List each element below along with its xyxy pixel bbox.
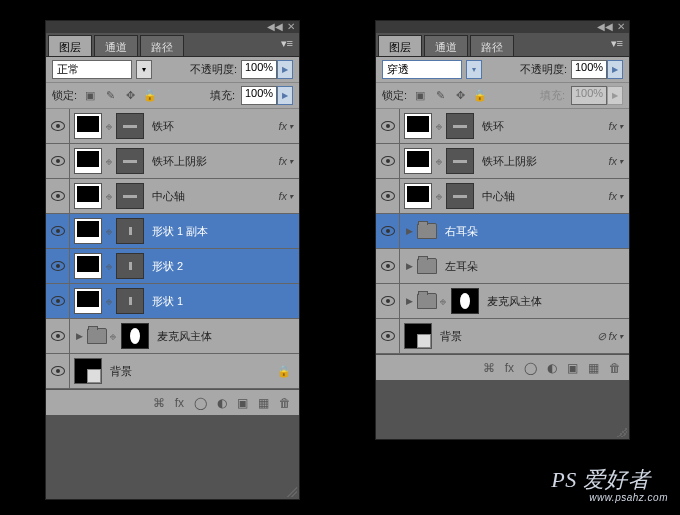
blend-dropdown-icon[interactable]: ▾: [136, 60, 152, 79]
opacity-scrub-icon[interactable]: ▶: [277, 60, 293, 79]
tab-paths[interactable]: 路径: [140, 35, 184, 56]
layer-mask-icon[interactable]: ◯: [524, 361, 537, 375]
visibility-toggle[interactable]: [46, 249, 70, 284]
lock-all-icon[interactable]: 🔒: [473, 89, 487, 103]
visibility-toggle[interactable]: [376, 284, 400, 319]
new-layer-icon[interactable]: ▦: [258, 396, 269, 410]
layer-row[interactable]: ▶⎆麦克风主体: [376, 284, 629, 319]
visibility-toggle[interactable]: [376, 144, 400, 179]
visibility-toggle[interactable]: [46, 109, 70, 144]
layer-thumbnail[interactable]: [404, 148, 432, 174]
lock-paint-icon[interactable]: ✎: [433, 89, 447, 103]
mask-thumbnail[interactable]: [446, 148, 474, 174]
layer-thumbnail[interactable]: [74, 358, 102, 384]
layer-name[interactable]: 形状 1: [144, 294, 299, 309]
mask-thumbnail[interactable]: [116, 288, 144, 314]
lock-position-icon[interactable]: ✥: [453, 89, 467, 103]
tab-channels[interactable]: 通道: [424, 35, 468, 56]
layer-fx-indicator[interactable]: fx ▾: [608, 155, 629, 167]
layer-name[interactable]: 中心轴: [144, 189, 278, 204]
mask-thumbnail[interactable]: [116, 183, 144, 209]
new-layer-icon[interactable]: ▦: [588, 361, 599, 375]
layer-fx-indicator[interactable]: fx ▾: [278, 120, 299, 132]
layer-fx-icon[interactable]: fx: [505, 361, 514, 375]
link-layers-icon[interactable]: ⌘: [153, 396, 165, 410]
mask-thumbnail[interactable]: [116, 148, 144, 174]
layer-row[interactable]: ▶右耳朵: [376, 214, 629, 249]
mask-thumbnail[interactable]: [116, 218, 144, 244]
layer-name[interactable]: 麦克风主体: [149, 329, 299, 344]
resize-handle[interactable]: [287, 487, 297, 497]
visibility-toggle[interactable]: [46, 144, 70, 179]
layer-thumbnail[interactable]: [74, 218, 102, 244]
adjustment-layer-icon[interactable]: ◐: [217, 396, 227, 410]
folder-toggle-icon[interactable]: ▶: [404, 226, 414, 236]
layer-row[interactable]: ▶左耳朵: [376, 249, 629, 284]
layer-thumbnail[interactable]: [74, 253, 102, 279]
opacity-input[interactable]: 100%: [571, 60, 607, 79]
layer-fx-indicator[interactable]: ⊘ fx ▾: [597, 330, 629, 343]
visibility-toggle[interactable]: [376, 179, 400, 214]
mask-thumbnail[interactable]: [446, 183, 474, 209]
layer-fx-indicator[interactable]: fx ▾: [278, 155, 299, 167]
layer-row[interactable]: ⎆铁环fx ▾: [46, 109, 299, 144]
layer-row[interactable]: ⎆形状 1: [46, 284, 299, 319]
mask-thumbnail[interactable]: [121, 323, 149, 349]
layer-group-icon[interactable]: ▣: [567, 361, 578, 375]
lock-paint-icon[interactable]: ✎: [103, 89, 117, 103]
delete-layer-icon[interactable]: 🗑: [609, 361, 621, 375]
layer-name[interactable]: 右耳朵: [437, 224, 629, 239]
layer-thumbnail[interactable]: [74, 183, 102, 209]
resize-handle[interactable]: [617, 427, 627, 437]
layer-group-icon[interactable]: ▣: [237, 396, 248, 410]
layer-name[interactable]: 左耳朵: [437, 259, 629, 274]
layer-thumbnail[interactable]: [404, 113, 432, 139]
fill-scrub-icon[interactable]: ▶: [277, 86, 293, 105]
lock-all-icon[interactable]: 🔒: [143, 89, 157, 103]
layer-mask-icon[interactable]: ◯: [194, 396, 207, 410]
layer-fx-icon[interactable]: fx: [175, 396, 184, 410]
collapse-icon[interactable]: ◀◀: [597, 21, 613, 32]
layer-row[interactable]: ⎆铁环上阴影fx ▾: [376, 144, 629, 179]
layer-name[interactable]: 形状 2: [144, 259, 299, 274]
layer-fx-indicator[interactable]: fx ▾: [278, 190, 299, 202]
collapse-icon[interactable]: ◀◀: [267, 21, 283, 32]
folder-toggle-icon[interactable]: ▶: [404, 261, 414, 271]
layer-name[interactable]: 麦克风主体: [479, 294, 629, 309]
layer-name[interactable]: 铁环: [474, 119, 608, 134]
layer-name[interactable]: 中心轴: [474, 189, 608, 204]
layer-row[interactable]: ▶⎆麦克风主体: [46, 319, 299, 354]
visibility-toggle[interactable]: [376, 214, 400, 249]
tab-layers[interactable]: 图层: [48, 35, 92, 56]
layer-thumbnail[interactable]: [74, 288, 102, 314]
tab-channels[interactable]: 通道: [94, 35, 138, 56]
layer-thumbnail[interactable]: [74, 113, 102, 139]
layer-thumbnail[interactable]: [74, 148, 102, 174]
close-icon[interactable]: ✕: [617, 21, 625, 32]
layer-row[interactable]: ⎆形状 2: [46, 249, 299, 284]
layer-row[interactable]: ⎆铁环fx ▾: [376, 109, 629, 144]
blend-mode-select[interactable]: 穿透: [382, 60, 462, 79]
visibility-toggle[interactable]: [376, 249, 400, 284]
panel-menu-icon[interactable]: ▾≡: [605, 33, 629, 56]
opacity-scrub-icon[interactable]: ▶: [607, 60, 623, 79]
layer-thumbnail[interactable]: [404, 323, 432, 349]
visibility-toggle[interactable]: [46, 319, 70, 354]
layer-thumbnail[interactable]: [404, 183, 432, 209]
blend-dropdown-icon[interactable]: ▾: [466, 60, 482, 79]
delete-layer-icon[interactable]: 🗑: [279, 396, 291, 410]
layer-name[interactable]: 铁环上阴影: [144, 154, 278, 169]
layer-row[interactable]: ⎆中心轴fx ▾: [46, 179, 299, 214]
panel-menu-icon[interactable]: ▾≡: [275, 33, 299, 56]
layer-name[interactable]: 铁环上阴影: [474, 154, 608, 169]
close-icon[interactable]: ✕: [287, 21, 295, 32]
layer-row[interactable]: 背景⊘ fx ▾: [376, 319, 629, 354]
panel-header[interactable]: ◀◀✕: [376, 21, 629, 33]
tab-layers[interactable]: 图层: [378, 35, 422, 56]
layer-name[interactable]: 铁环: [144, 119, 278, 134]
folder-toggle-icon[interactable]: ▶: [74, 331, 84, 341]
lock-transparency-icon[interactable]: ▣: [413, 89, 427, 103]
mask-thumbnail[interactable]: [451, 288, 479, 314]
mask-thumbnail[interactable]: [116, 113, 144, 139]
layer-fx-indicator[interactable]: fx ▾: [608, 120, 629, 132]
